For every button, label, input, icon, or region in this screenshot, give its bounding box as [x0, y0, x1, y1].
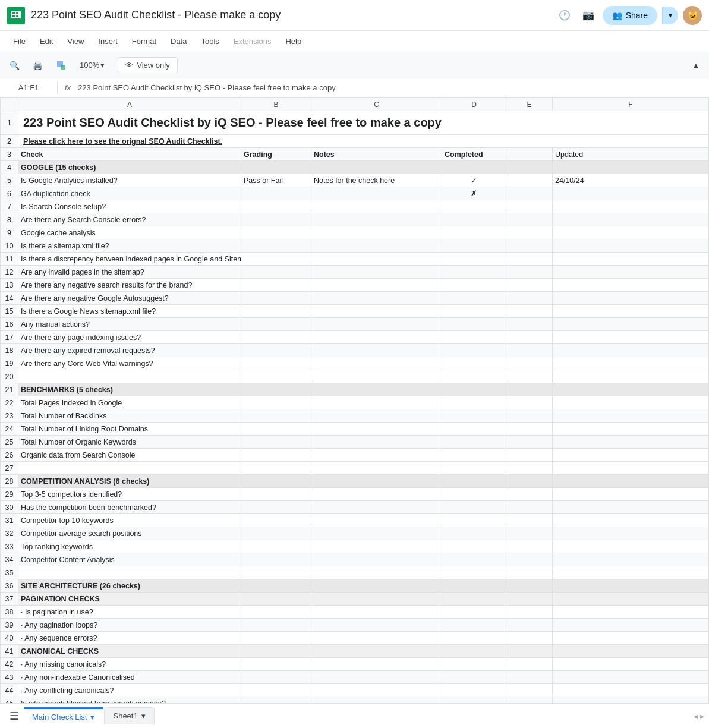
table-row: 4 GOOGLE (15 checks): [1, 161, 709, 174]
share-icon: 👥: [612, 11, 622, 20]
r4e: [506, 161, 553, 174]
svg-rect-8: [61, 65, 65, 70]
col-header-c[interactable]: C: [311, 98, 442, 111]
table-row: 34Competitor Content Analysis: [1, 553, 709, 566]
title-icons: 🕐 📷 👥 Share ▾ 🐱: [555, 6, 702, 25]
link-cell[interactable]: Please click here to see the orignal SEO…: [18, 135, 709, 148]
scroll-right-icon[interactable]: ▸: [700, 711, 704, 721]
title-bar: 223 Point SEO Audit Checklist - Please m…: [0, 0, 709, 31]
table-row: 32Competitor average search positions: [1, 527, 709, 540]
r6b: [241, 187, 311, 200]
row-num-2[interactable]: 2: [1, 135, 18, 148]
collapse-toolbar-btn[interactable]: ▲: [688, 57, 704, 74]
svg-rect-5: [15, 11, 16, 18]
row-num-4[interactable]: 4: [1, 161, 18, 174]
view-only-button[interactable]: 👁 View only: [118, 57, 177, 73]
r13a: Are there any negative search results fo…: [18, 279, 241, 292]
user-avatar[interactable]: 🐱: [683, 6, 702, 25]
r9a: Google cache analysis: [18, 226, 241, 239]
r6c: [311, 187, 442, 200]
r10a: Is there a sitemap.xml file?: [18, 239, 241, 253]
bottom-tab-bar: ☰ Main Check List ▾ Sheet1 ▾ ◂ ▸: [0, 703, 709, 728]
r24a: Total Number of Linking Root Domains: [18, 423, 241, 436]
table-row: 16Any manual actions?: [1, 318, 709, 331]
col-header-e[interactable]: E: [506, 98, 553, 111]
tab-dropdown-icon[interactable]: ▾: [90, 713, 94, 721]
menu-edit[interactable]: Edit: [34, 34, 59, 48]
r25a: Total Number of Organic Keywords: [18, 436, 241, 449]
r31a: Competitor top 10 keywords: [18, 514, 241, 527]
col-notes-header: Notes: [311, 148, 442, 161]
table-row: 22Total Pages Indexed in Google: [1, 396, 709, 409]
menu-tools[interactable]: Tools: [195, 34, 225, 48]
col-e-header: [506, 148, 553, 161]
paint-format-btn[interactable]: [51, 57, 71, 74]
r6a: GA duplication check: [18, 187, 241, 200]
scroll-left-icon[interactable]: ◂: [694, 711, 698, 721]
table-row: 17Are there any page indexing issues?: [1, 331, 709, 344]
share-button[interactable]: 👥 Share: [603, 6, 657, 25]
r38a: · Is pagination in use?: [18, 606, 241, 619]
r5e: [506, 174, 553, 187]
row-num-6[interactable]: 6: [1, 187, 18, 200]
menu-file[interactable]: File: [7, 34, 31, 48]
menu-extensions: Extensions: [228, 34, 278, 48]
col-header-d[interactable]: D: [442, 98, 506, 111]
eye-icon: 👁: [125, 61, 133, 70]
row-num-3[interactable]: 3: [1, 148, 18, 161]
formula-bar: fx 223 Point SEO Audit Checklist by iQ S…: [0, 78, 709, 97]
col-header-b[interactable]: B: [241, 98, 311, 111]
r6e: [506, 187, 553, 200]
r39a: · Any pagination loops?: [18, 619, 241, 632]
formula-content: 223 Point SEO Audit Checklist by iQ SEO …: [78, 83, 704, 92]
cell-reference[interactable]: [5, 83, 52, 92]
title-cell[interactable]: 223 Point SEO Audit Checklist by iQ SEO …: [18, 111, 709, 135]
menu-view[interactable]: View: [61, 34, 90, 48]
table-row: 36 SITE ARCHITECTURE (26 checks): [1, 579, 709, 593]
col-header-f[interactable]: F: [553, 98, 709, 111]
table-row: 27: [1, 462, 709, 475]
menu-insert[interactable]: Insert: [92, 34, 124, 48]
tab-inactive-dropdown-icon[interactable]: ▾: [141, 711, 146, 720]
r6f: [553, 187, 709, 200]
menu-bar: File Edit View Insert Format Data Tools …: [0, 31, 709, 52]
table-row: 38· Is pagination in use?: [1, 606, 709, 619]
tab-main-check-list[interactable]: Main Check List ▾: [24, 707, 103, 725]
menu-help[interactable]: Help: [279, 34, 307, 48]
sheets-menu-button[interactable]: ☰: [5, 707, 24, 726]
search-toolbar-btn[interactable]: 🔍: [5, 58, 24, 73]
r6d-cross: ✗: [442, 187, 506, 200]
menu-format[interactable]: Format: [126, 34, 162, 48]
r5b: Pass or Fail: [241, 174, 311, 187]
r4b: [241, 161, 311, 174]
r18a: Are there any expired removal requests?: [18, 344, 241, 357]
r12a: Are any invalid pages in the sitemap?: [18, 266, 241, 279]
r34a: Competitor Content Analysis: [18, 553, 241, 566]
r5d-check: ✓: [442, 174, 506, 187]
spreadsheet-container: A B C D E F 1 223 Point SEO Audit Checkl…: [0, 97, 709, 728]
google-section: GOOGLE (15 checks): [18, 161, 241, 174]
history-icon[interactable]: 🕐: [555, 6, 574, 25]
table-row: 10Is there a sitemap.xml file?: [1, 239, 709, 253]
row-num-5[interactable]: 5: [1, 174, 18, 187]
camera-icon[interactable]: 📷: [579, 6, 598, 25]
col-header-a[interactable]: A: [18, 98, 241, 111]
row-num-1[interactable]: 1: [1, 111, 18, 135]
pagination-header: PAGINATION CHECKS: [18, 593, 241, 606]
sheets-logo: [7, 7, 25, 24]
tab-sheet1[interactable]: Sheet1 ▾: [104, 707, 154, 724]
share-dropdown-btn[interactable]: ▾: [662, 7, 678, 24]
menu-data[interactable]: Data: [165, 34, 193, 48]
site-arch-section: SITE ARCHITECTURE (26 checks): [18, 579, 241, 593]
print-toolbar-btn[interactable]: 🖨️: [28, 58, 48, 73]
table-row: 30Has the competition been benchmarked?: [1, 501, 709, 514]
table-row: 40· Any sequence errors?: [1, 632, 709, 645]
zoom-selector[interactable]: 100% ▾: [75, 59, 109, 71]
scrollbar-area: ◂ ▸: [694, 711, 704, 721]
fx-label: fx: [65, 83, 71, 92]
r4c: [311, 161, 442, 174]
r23a: Total Number of Backlinks: [18, 409, 241, 423]
col-header-empty: [1, 98, 18, 111]
table-row: 3 Check Grading Notes Completed Updated: [1, 148, 709, 161]
table-row: 12Are any invalid pages in the sitemap?: [1, 266, 709, 279]
